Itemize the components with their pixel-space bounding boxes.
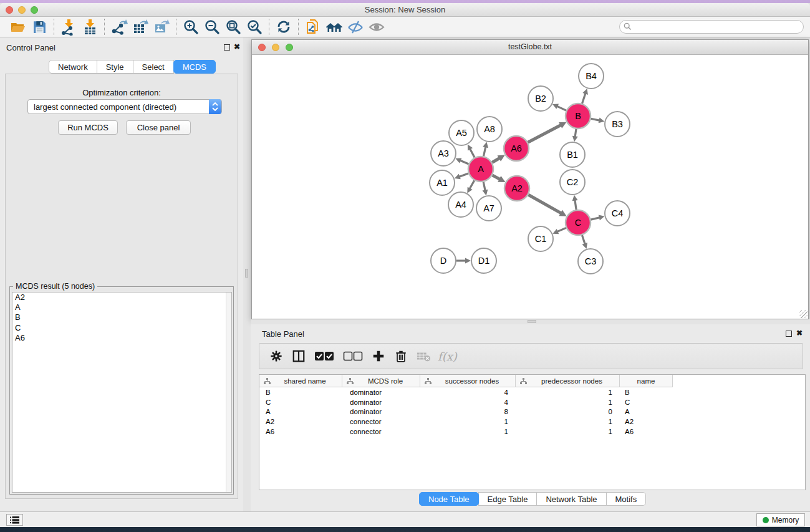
graph-edge[interactable] [557, 228, 566, 232]
node-label: A1 [436, 178, 448, 188]
result-item[interactable]: B [12, 312, 231, 322]
run-mcds-button[interactable]: Run MCDS [58, 120, 118, 135]
graph-edge[interactable] [528, 195, 562, 213]
tab-edge-table[interactable]: Edge Table [478, 492, 538, 506]
column-header-successor-nodes[interactable]: successor nodes [420, 375, 516, 387]
table-cell: dominator [342, 398, 420, 408]
function-builder-icon[interactable]: f(x) [438, 350, 457, 363]
graph-edge[interactable] [483, 146, 486, 156]
save-session-icon[interactable] [29, 18, 50, 36]
tab-network[interactable]: Network [49, 60, 97, 74]
graph-edge[interactable] [483, 182, 485, 191]
tab-style[interactable]: Style [97, 60, 133, 74]
node-label: A6 [511, 143, 522, 153]
search-input[interactable] [619, 20, 804, 34]
resize-grip[interactable] [799, 310, 808, 318]
criterion-select[interactable]: largest connected component (directed) [27, 99, 222, 114]
hide-graphics-details-icon[interactable] [345, 18, 366, 36]
mcds-result-list[interactable]: A2ABCA6 [12, 292, 232, 493]
close-panel-button[interactable]: Close panel [126, 120, 191, 135]
table-row[interactable]: A6connector11A6 [259, 427, 805, 437]
tab-node-table[interactable]: Node Table [419, 492, 479, 506]
node-label: B4 [586, 71, 597, 81]
graph-edge[interactable] [591, 217, 600, 220]
edge-arrowhead-icon [572, 136, 578, 142]
graph-edge[interactable] [460, 160, 469, 164]
table-row[interactable]: Cdominator41C [259, 398, 805, 408]
import-network-icon[interactable] [58, 18, 79, 36]
node-label: C3 [585, 256, 597, 266]
result-item[interactable]: C [12, 323, 231, 333]
export-network-icon[interactable] [108, 18, 130, 36]
column-header-predecessor-nodes[interactable]: predecessor nodes [516, 375, 620, 387]
table-cell: B [259, 388, 342, 398]
task-history-button[interactable] [6, 514, 23, 526]
column-header-MCDS-role[interactable]: MCDS role [342, 375, 420, 387]
result-item[interactable]: A6 [12, 333, 231, 343]
horizontal-split-divider[interactable] [251, 319, 810, 324]
table-cell: A [259, 407, 342, 417]
table-row[interactable]: Bdominator41B [259, 388, 805, 398]
memory-button[interactable]: Memory [756, 513, 805, 526]
close-panel-icon[interactable]: ✖ [796, 329, 803, 337]
tab-motifs[interactable]: Motifs [606, 492, 647, 506]
column-header-name[interactable]: name [620, 375, 673, 387]
graph-edge[interactable] [582, 93, 586, 104]
application-window: Session: New Session [0, 0, 810, 532]
result-item[interactable]: A [12, 302, 231, 312]
tab-mcds[interactable]: MCDS [173, 60, 216, 74]
table-cell: 1 [420, 417, 516, 427]
network-view-window[interactable]: testGlobe.txt B4B2BB3A8A5A6A3B1AA1C2A2A4… [251, 39, 809, 319]
graph-edge[interactable] [582, 235, 585, 244]
column-header-shared-name[interactable]: shared name [259, 375, 342, 387]
show-columns-icon[interactable] [289, 347, 308, 365]
zoom-out-icon[interactable] [201, 18, 223, 36]
export-image-icon[interactable] [151, 18, 172, 36]
edge-arrowhead-icon [483, 190, 488, 196]
graph-edge[interactable] [556, 106, 566, 110]
combo-stepper-icon[interactable] [209, 99, 221, 114]
zoom-in-icon[interactable] [180, 18, 201, 36]
clone-network-icon[interactable] [302, 18, 324, 36]
graph-edge[interactable] [458, 173, 468, 177]
graph-edge[interactable] [470, 148, 475, 158]
float-panel-icon[interactable] [224, 44, 230, 51]
graph-edge[interactable] [470, 180, 475, 189]
table-cell: B [620, 388, 673, 398]
open-session-icon[interactable] [7, 18, 29, 36]
deselect-all-columns-icon[interactable] [340, 347, 365, 365]
delete-column-icon[interactable] [392, 347, 410, 365]
toolbar-separator [104, 19, 105, 35]
import-table-icon[interactable] [79, 18, 100, 36]
result-item[interactable]: A2 [12, 293, 231, 302]
home-view-icon[interactable] [324, 18, 345, 36]
table-settings-icon[interactable] [267, 347, 286, 365]
graph-edge[interactable] [575, 200, 576, 210]
divider-handle[interactable] [245, 269, 248, 278]
graph-edge[interactable] [575, 129, 576, 138]
float-panel-icon[interactable] [786, 331, 792, 337]
select-all-columns-icon[interactable] [312, 347, 337, 365]
result-scrollbar[interactable] [226, 293, 231, 492]
add-column-icon[interactable] [369, 347, 388, 365]
table-row[interactable]: A2connector11A2 [259, 417, 805, 427]
zoom-fit-icon[interactable] [223, 18, 244, 36]
network-window-titlebar[interactable]: testGlobe.txt [252, 40, 808, 55]
export-table-icon[interactable] [130, 18, 151, 36]
refresh-layout-icon[interactable] [273, 18, 294, 36]
divider-handle[interactable] [528, 320, 536, 323]
delete-table-icon[interactable] [414, 347, 433, 365]
graph-edge[interactable] [591, 118, 600, 120]
close-panel-icon[interactable]: ✖ [234, 42, 240, 51]
graph-edge[interactable] [492, 158, 500, 162]
show-graphics-details-icon[interactable] [366, 18, 387, 36]
table-row[interactable]: Adominator80A [259, 407, 805, 417]
graph-edge[interactable] [528, 125, 562, 142]
app-titlebar[interactable]: Session: New Session [0, 3, 810, 17]
graph-edge[interactable] [493, 175, 501, 180]
tab-network-table[interactable]: Network Table [536, 492, 606, 506]
zoom-selected-icon[interactable] [244, 18, 265, 36]
vertical-split-divider[interactable] [243, 37, 251, 511]
network-canvas[interactable]: B4B2BB3A8A5A6A3B1AA1C2A2A4A7C4CC1C3DD1 [252, 55, 808, 319]
tab-select[interactable]: Select [133, 60, 174, 74]
